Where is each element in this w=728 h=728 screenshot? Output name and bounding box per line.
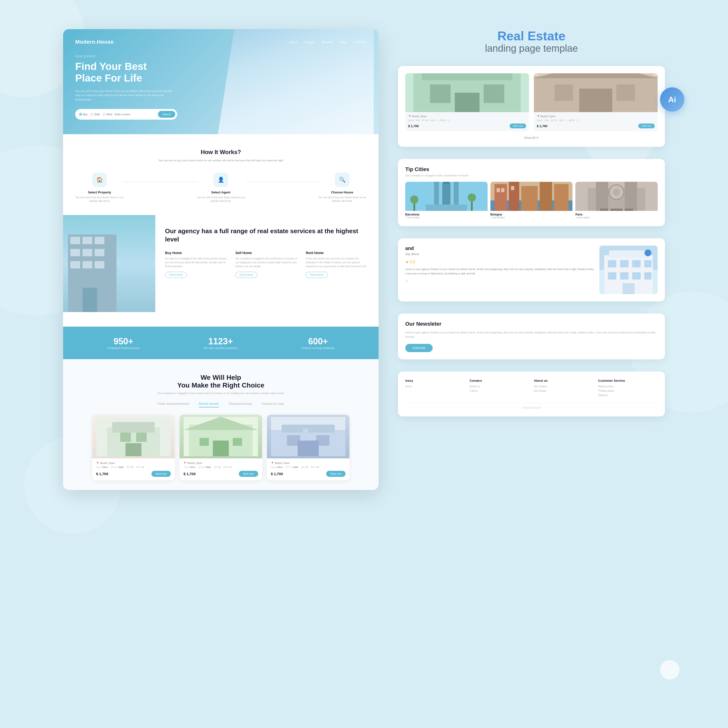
city-paris-name: Paris — [575, 213, 658, 216]
nav-project[interactable]: Project — [304, 40, 314, 44]
footer-return[interactable]: Return policy — [598, 385, 658, 388]
connector-2 — [245, 182, 318, 182]
footer-delivery[interactable]: Delivery — [598, 394, 658, 396]
services-row: Buy Home Our agency is engaged in the sa… — [165, 251, 369, 278]
stat-1-number: 950+ — [107, 336, 140, 347]
svg-rect-8 — [83, 261, 92, 268]
beds-spec-2: BDS 3 — [214, 466, 220, 468]
listing-2-image — [534, 73, 658, 112]
city-paris[interactable]: Paris 3 real estates — [575, 182, 658, 219]
svg-rect-34 — [483, 84, 504, 103]
footer-privacy-title: ivacy — [405, 379, 465, 382]
svg-rect-81 — [620, 260, 629, 268]
ai-badge: Ai — [660, 87, 684, 112]
help-title: We Will Help You Make the Right Choice — [75, 374, 366, 389]
newsletter-text: much to your agency thanks to you I foun… — [405, 330, 658, 339]
search-button[interactable]: Search — [158, 111, 175, 118]
listing-1-body: 📍 Madrid, Spain SQ.M 57M STYLE BDS 3 BRT… — [405, 112, 529, 131]
help-desc: Our company is engaged in the constructi… — [75, 392, 366, 395]
tabs-row: Fresh announcements Rental houses Featur… — [75, 402, 366, 407]
svg-point-72 — [613, 189, 620, 196]
listings-panel: 📍 Madrid, Spain SQ.M 57M STYLE BDS 3 BRT… — [398, 66, 665, 147]
svg-rect-20 — [200, 438, 209, 446]
sqm-label-2: SQ.M — [537, 119, 542, 122]
navigation: Modern.House About Project Benefits Blog… — [75, 39, 366, 45]
search-input[interactable] — [115, 113, 156, 116]
style-spec: STYLE Style — [111, 466, 124, 468]
right-title-area: Real Estate landing page templae — [398, 29, 665, 54]
service-buy: Buy Home Our agency is engaged in the sa… — [165, 251, 228, 278]
svg-point-54 — [468, 193, 476, 202]
stat-3-number: 600+ — [301, 336, 335, 347]
step-2-label: Select Agent — [211, 191, 230, 194]
step-3-icon: 🔍 — [335, 173, 349, 187]
radio-rent[interactable]: Rent — [102, 113, 112, 116]
tab-rental[interactable]: Rental houses — [199, 402, 219, 407]
svg-marker-49 — [454, 182, 459, 182]
svg-rect-88 — [622, 283, 635, 294]
tip-cities-panel: Tip Cities Our company is engaged in the… — [398, 159, 665, 226]
city-bologna-count: 3 real estates — [491, 216, 573, 219]
listing-card-2: 📍 Madrid, Spain SQ.M 57M STYLE BDS 3 BRT… — [534, 73, 658, 131]
tab-featured[interactable]: Featured houses — [229, 402, 252, 407]
nav-links: About Project Benefits Blog Contacts — [289, 40, 366, 44]
steps-row: 🏠 Select Property You can rent or buy yo… — [75, 173, 366, 203]
service-sell: Sell Home Our company is engaged in the … — [236, 251, 298, 278]
svg-rect-68 — [625, 182, 637, 211]
right-main-title: Real Estate — [398, 29, 665, 43]
right-panel: Real Estate landing page templae — [398, 29, 665, 416]
pin-icon-3: 📍 — [271, 462, 274, 465]
city-bologna[interactable]: Bologna 3 real estates — [491, 182, 573, 219]
testimonial-title: and — [405, 246, 595, 251]
city-barcelona[interactable]: Barcelona 5 real estates — [405, 182, 488, 219]
radio-buy[interactable]: Buy — [79, 113, 87, 116]
svg-rect-15 — [136, 433, 147, 442]
svg-rect-62 — [497, 188, 500, 192]
book-btn-1[interactable]: Book now — [151, 471, 171, 477]
footer-shops[interactable]: Our shops — [534, 389, 593, 392]
beds-val-1: 3 — [437, 119, 439, 122]
service-buy-desc: Our agency is engaged in the sale of onl… — [165, 257, 228, 268]
nav-blog[interactable]: Blog — [341, 40, 347, 44]
footer-privacy-policy[interactable]: Privacy policy — [598, 389, 658, 392]
baths-spec: BRTH 2 — [136, 466, 144, 468]
radio-sold[interactable]: Sold — [90, 113, 100, 116]
right-sub-title: landing page templae — [398, 43, 665, 54]
svg-rect-33 — [430, 84, 451, 103]
step-1-icon: 🏠 — [92, 173, 107, 187]
step-2-icon: 👤 — [214, 173, 228, 187]
footer-col-about: About us Our history Our shops — [534, 379, 593, 398]
service-sell-desc: Our company is engaged in the constructi… — [236, 257, 298, 268]
radio-buy-label: Buy — [83, 113, 87, 116]
listing-1-footer: $ 1,700 Book now — [408, 124, 526, 128]
footer-email[interactable]: Email us — [470, 385, 529, 388]
show-all[interactable]: Show All ↻ — [405, 136, 658, 139]
card-3-specs: SQ.M 102.4 STYLE Style BDS 3 — [271, 466, 346, 468]
property-card-1: 📍 Madrid, Spain SQ.M 102.4 STYLE Style — [92, 415, 175, 480]
tab-sale[interactable]: Houses for sale — [262, 402, 284, 407]
service-buy-button[interactable]: Find a home — [165, 272, 187, 278]
tab-fresh[interactable]: Fresh announcements — [158, 402, 189, 407]
card-1-specs: SQ.M 102.4 STYLE Style BDS 3 — [96, 466, 171, 468]
listing-2-book-btn[interactable]: Book now — [638, 124, 655, 128]
listing-2-location: 📍 Madrid, Spain — [537, 115, 655, 118]
nav-about[interactable]: About — [289, 40, 297, 44]
service-rent-button[interactable]: Find a home — [306, 272, 327, 278]
footer-privacy-terms[interactable]: terms — [405, 385, 465, 388]
book-btn-3[interactable]: Book now — [326, 471, 346, 477]
listing-1-book-btn[interactable]: Book now — [509, 124, 526, 128]
footer-history[interactable]: Our history — [534, 385, 593, 388]
svg-rect-22 — [213, 440, 229, 456]
svg-rect-3 — [95, 237, 104, 244]
subscribe-button[interactable]: Subscribe — [405, 344, 433, 352]
sqm-spec-2: SQ.M 102.4 — [184, 466, 195, 468]
svg-rect-39 — [555, 84, 573, 101]
nav-benefits[interactable]: Benefits — [322, 40, 333, 44]
book-btn-2[interactable]: Book now — [239, 471, 258, 477]
card-1-footer: $ 1,700 Book now — [96, 471, 171, 477]
service-sell-button[interactable]: Find a home — [236, 272, 257, 278]
newsletter-panel: Our Newsleter much to your agency thanks… — [398, 314, 665, 359]
nav-contacts[interactable]: Contacts — [354, 40, 366, 44]
footer-call[interactable]: Call us — [470, 389, 529, 392]
svg-rect-32 — [422, 73, 512, 80]
